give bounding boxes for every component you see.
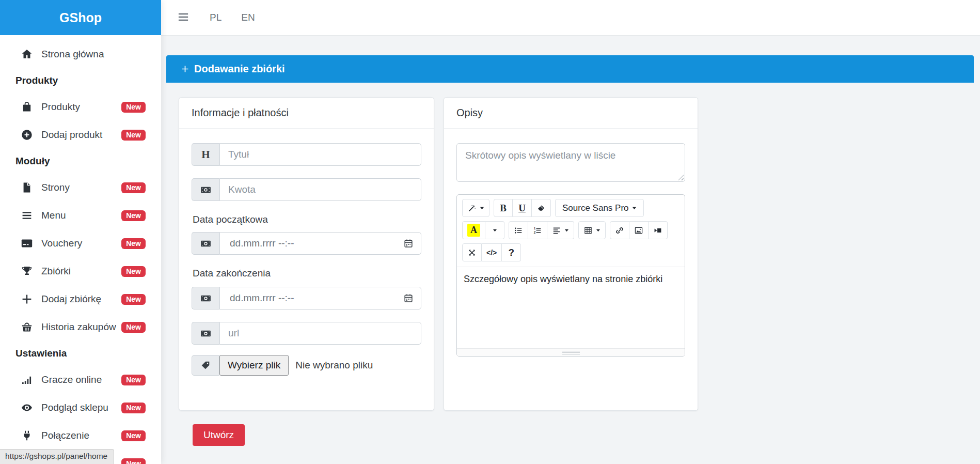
new-badge: New — [121, 294, 146, 305]
new-badge: New — [121, 130, 146, 141]
sidebar-item-podglad-sklepu[interactable]: Podgląd sklepuNew — [0, 394, 161, 422]
help-button[interactable]: ? — [502, 243, 521, 261]
sidebar-item-label: Menu — [41, 210, 121, 221]
clear-format-button[interactable] — [532, 199, 551, 217]
plus-icon — [181, 65, 189, 73]
url-input-group — [192, 322, 421, 345]
new-badge: New — [121, 266, 146, 277]
unordered-list-button[interactable] — [509, 221, 528, 239]
insert-image-button[interactable] — [629, 221, 649, 239]
align-icon — [552, 226, 561, 235]
sidebar-item-dodaj-produkt[interactable]: Dodaj produktNew — [0, 121, 161, 149]
text-color-caret-button[interactable] — [485, 221, 504, 239]
plus-icon — [20, 292, 34, 306]
file-status-text: Nie wybrano pliku — [295, 360, 373, 371]
card-opisy-body: BUSource Sans ProA12</>? Szczegółowy opi… — [444, 129, 698, 371]
sidebar-item-label: Strony — [41, 182, 121, 193]
short-description-textarea[interactable] — [456, 143, 685, 182]
card-informacje-body: H Data początkowa dd.mm.rrrr --:-- Data … — [179, 129, 434, 390]
eraser-icon — [536, 204, 546, 213]
calendar-icon[interactable] — [403, 238, 414, 249]
start-date-group: dd.mm.rrrr --:-- — [192, 232, 421, 255]
sidebar-item-zbiorki[interactable]: ZbiórkiNew — [0, 257, 161, 285]
insert-table-button[interactable] — [578, 221, 606, 239]
title-input[interactable] — [219, 143, 421, 166]
caret-down-icon — [596, 228, 600, 233]
choose-file-button[interactable]: Wybierz plik — [219, 355, 289, 376]
money-bill-icon — [192, 232, 219, 255]
new-badge: New — [121, 102, 146, 113]
button-label: ? — [508, 247, 514, 258]
editor-content-area[interactable]: Szczegółowy opis wyświetlany na stronie … — [457, 267, 685, 348]
title-input-group: H — [192, 143, 421, 166]
sidebar-item-historia-zakupow[interactable]: Historia zakupówNew — [0, 313, 161, 341]
sidebar-item-gracze-online[interactable]: Gracze onlineNew — [0, 366, 161, 394]
brand-logo[interactable]: GShop — [0, 0, 161, 35]
ordered-list-button[interactable]: 12 — [528, 221, 547, 239]
amount-input[interactable] — [219, 178, 421, 201]
sidebar-item-vouchery[interactable]: VoucheryNew — [0, 229, 161, 257]
sidebar-item-dodaj-zbiorke[interactable]: Dodaj zbiórkęNew — [0, 285, 161, 313]
rich-text-editor: BUSource Sans ProA12</>? Szczegółowy opi… — [456, 194, 685, 357]
paragraph-align-button[interactable] — [547, 221, 574, 239]
font-color-icon: A — [467, 224, 480, 237]
insert-link-button[interactable] — [610, 221, 629, 239]
text-color-button[interactable]: A — [462, 221, 485, 239]
date-placeholder: dd.mm.rrrr --:-- — [230, 292, 294, 304]
card-informacje: Informacje i płatności H Data początkowa… — [179, 97, 434, 411]
lang-pl-link[interactable]: PL — [210, 12, 222, 23]
card-informacje-header: Informacje i płatności — [179, 98, 434, 129]
sidebar-item-produkty[interactable]: ProduktyNew — [0, 93, 161, 121]
new-badge: New — [121, 375, 146, 385]
sidebar-item-menu[interactable]: MenuNew — [0, 202, 161, 229]
font-family-button[interactable]: Source Sans Pro — [555, 199, 644, 217]
end-date-input[interactable]: dd.mm.rrrr --:-- — [219, 287, 421, 310]
sidebar-item-label: Dodaj produkt — [41, 129, 121, 141]
fullscreen-button[interactable] — [462, 243, 482, 261]
code-view-button[interactable]: </> — [482, 243, 502, 261]
lang-en-link[interactable]: EN — [241, 12, 255, 23]
sidebar-item-polaczenie[interactable]: PołączenieNew — [0, 422, 161, 450]
bars-icon — [20, 209, 34, 223]
plus-circle-icon — [20, 128, 34, 142]
tag-icon — [192, 355, 219, 376]
page-header: Dodawanie zbiórki — [166, 55, 974, 83]
status-url-tooltip: https://gshops.pl/panel/home — [0, 449, 114, 464]
start-date-input[interactable]: dd.mm.rrrr --:-- — [219, 232, 421, 255]
sidebar-nav: Strona głównaProduktyProduktyNewDodaj pr… — [0, 35, 161, 464]
sidebar-item-label: Zbiórki — [41, 266, 121, 277]
date-placeholder: dd.mm.rrrr --:-- — [230, 238, 294, 249]
underline-button[interactable]: U — [513, 199, 532, 217]
button-label: Source Sans Pro — [562, 203, 629, 213]
eye-icon — [20, 401, 34, 415]
caret-down-icon — [480, 206, 484, 210]
money-bill-icon — [192, 287, 219, 310]
card-title: Opisy — [456, 107, 483, 119]
insert-video-button[interactable] — [649, 221, 668, 239]
caret-down-icon — [632, 206, 637, 210]
editor-content-text: Szczegółowy opis wyświetlany na stronie … — [464, 274, 678, 285]
heading-icon: H — [192, 143, 219, 166]
calendar-icon[interactable] — [403, 293, 414, 303]
basket-icon — [20, 320, 34, 334]
sidebar-item-strona-glowna[interactable]: Strona główna — [0, 40, 161, 68]
editor-resize-handle[interactable] — [457, 348, 685, 356]
resize-grip-icon — [562, 351, 580, 354]
file-icon — [20, 181, 34, 195]
url-input[interactable] — [219, 322, 421, 345]
home-icon — [20, 48, 34, 61]
sidebar-item-strony[interactable]: StronyNew — [0, 174, 161, 202]
bag-icon — [20, 100, 34, 114]
sidebar-section-produkty: Produkty — [0, 68, 161, 93]
sidebar-toggle-button[interactable] — [175, 8, 192, 27]
bold-button[interactable]: B — [494, 199, 513, 217]
money-bill-icon — [192, 322, 219, 345]
magic-style-button[interactable] — [462, 199, 489, 217]
sidebar-item-label: Vouchery — [41, 238, 121, 249]
app-window: GShop Strona głównaProduktyProduktyNewDo… — [0, 0, 980, 464]
sidebar-item-label: Produkty — [41, 101, 121, 113]
card-title: Informacje i płatności — [192, 107, 289, 119]
sidebar: GShop Strona głównaProduktyProduktyNewDo… — [0, 0, 161, 464]
create-button[interactable]: Utwórz — [193, 424, 245, 446]
start-date-label: Data początkowa — [193, 214, 421, 225]
